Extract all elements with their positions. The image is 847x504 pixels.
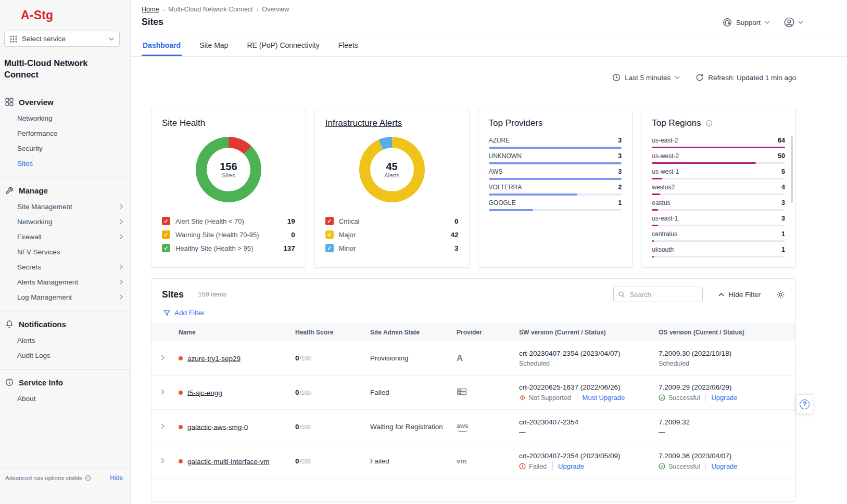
infrastructure-alerts-card: Infrastructure Alerts 45 Alerts Critical…	[314, 109, 470, 268]
sidebar-spacer	[0, 454, 130, 468]
row-expand-chevron[interactable]	[151, 444, 174, 479]
advanced-nav-text: Advanced nav options visible	[5, 475, 82, 481]
top-providers-title: Top Providers	[489, 118, 622, 128]
provider-bar	[489, 178, 622, 180]
site-name-link[interactable]: azure-try1-sep29	[187, 354, 241, 362]
hide-filter-button[interactable]: Hide Filter	[718, 291, 761, 299]
regions-scrollbar[interactable]	[791, 136, 793, 203]
region-bar	[652, 225, 658, 226]
site-health-total-label: Sites	[222, 172, 235, 178]
row-expand-chevron[interactable]	[151, 376, 174, 410]
sidebar-item-performance[interactable]: Performance	[0, 126, 130, 141]
region-bar-row: us-east-13	[652, 215, 785, 226]
sidebar-item-networking[interactable]: Networking	[0, 111, 130, 126]
tab-dashboard[interactable]: Dashboard	[142, 34, 182, 56]
provider-count: 3	[618, 152, 622, 160]
sidebar-item-audit-logs[interactable]: Audit Logs	[0, 348, 130, 363]
help-button[interactable]: ?	[796, 394, 813, 414]
minor-alerts-checkbox[interactable]	[325, 244, 334, 252]
alert-sites-checkbox[interactable]	[162, 217, 170, 225]
main-area: Home › Multi-Cloud Network Connect › Ove…	[131, 0, 847, 504]
breadcrumb-service[interactable]: Multi-Cloud Network Connect	[168, 6, 253, 13]
healthy-sites-checkbox[interactable]	[162, 244, 170, 252]
major-alerts-checkbox[interactable]	[325, 230, 334, 239]
chevron-right-icon	[161, 423, 165, 429]
row-expand-chevron[interactable]	[151, 410, 174, 444]
nav-item-label: Alerts Management	[17, 278, 78, 286]
region-bar-row: centralus1	[652, 230, 785, 242]
sidebar-section-overview[interactable]: Overview	[0, 96, 130, 111]
info-icon	[5, 378, 14, 386]
breadcrumb-home[interactable]: Home	[142, 6, 159, 13]
sidebar-item-alerts[interactable]: Alerts	[0, 333, 130, 348]
sidebar-section-service-info[interactable]: Service Info	[0, 376, 130, 391]
sidebar-item-alerts-management[interactable]: Alerts Management	[0, 275, 130, 290]
support-label: Support	[736, 19, 761, 27]
hide-advanced-nav-link[interactable]: Hide	[110, 474, 123, 482]
upgrade-link[interactable]: Upgrade	[705, 394, 737, 402]
time-range-selector[interactable]: Last 5 minutes	[612, 73, 680, 82]
sw-version: crt-20230407-2354 (2023/04/07)	[519, 350, 650, 357]
table-row: galactic-multi-interface-vm 0/100 Failed…	[151, 444, 795, 479]
info-circle-icon[interactable]	[705, 120, 713, 127]
chevron-right-icon	[161, 389, 165, 395]
sidebar-item-log-management[interactable]: Log Management	[0, 290, 130, 305]
legend-label: Alert Site (Health < 70)	[175, 217, 282, 225]
provider-bar-row: UNKNOWN3	[489, 152, 622, 164]
region-bar	[652, 256, 654, 257]
region-count: 3	[781, 199, 785, 206]
dashboard-controls: Last 5 minutes Refresh: Updated 1 min ag…	[151, 70, 796, 85]
sidebar-item-nfv-services[interactable]: NFV Services	[0, 244, 130, 260]
service-selector[interactable]: Select service	[4, 31, 120, 47]
os-version: 7.2009.32	[659, 418, 791, 426]
section-label: Overview	[19, 98, 54, 107]
sidebar-item-security[interactable]: Security	[0, 141, 130, 156]
tab-site-map[interactable]: Site Map	[198, 34, 229, 56]
user-menu[interactable]	[783, 17, 803, 28]
legend-label: Minor	[339, 244, 449, 252]
sidebar-item-about[interactable]: About	[0, 391, 130, 406]
site-name-link[interactable]: f5-sjc-engg	[187, 389, 222, 396]
app-logo[interactable]: A-Stg	[0, 0, 130, 29]
nav-item-label: Alerts	[17, 337, 35, 344]
support-menu[interactable]: Support	[723, 18, 770, 27]
site-health-title: Site Health	[162, 118, 295, 128]
top-regions-card: Top Regions us-east-264 us-west-250	[641, 109, 796, 268]
infrastructure-alerts-title[interactable]: Infrastructure Alerts	[325, 118, 459, 128]
alerts-total-label: Alerts	[384, 172, 399, 178]
sidebar-item-networking-manage[interactable]: Networking	[0, 214, 130, 229]
chevron-down-icon	[798, 21, 803, 24]
legend-label: Critical	[339, 217, 449, 225]
legend-label: Major	[339, 231, 446, 239]
sidebar-item-secrets[interactable]: Secrets	[0, 260, 130, 275]
section-label: Service Info	[19, 378, 63, 387]
tab-fleets[interactable]: Fleets	[337, 34, 359, 56]
sidebar-item-firewall[interactable]: Firewall	[0, 229, 130, 244]
upgrade-link[interactable]: Upgrade	[552, 462, 584, 470]
site-name-link[interactable]: galactic-multi-interface-vm	[187, 457, 270, 465]
service-title: Multi-Cloud Network Connect	[0, 53, 130, 89]
clock-icon	[612, 73, 621, 82]
legend-label: Healthy Site (Health > 95)	[175, 244, 278, 252]
os-version: 7.2009.30 (2022/10/18)	[659, 350, 791, 357]
row-expand-chevron[interactable]	[151, 341, 174, 376]
add-filter-button[interactable]: Add Filter	[151, 308, 215, 324]
sidebar-section-notifications[interactable]: Notifications	[0, 318, 130, 333]
warning-sites-checkbox[interactable]	[162, 230, 170, 239]
search-input[interactable]	[613, 287, 703, 302]
must-upgrade-link[interactable]: Must Upgrade	[577, 394, 625, 402]
refresh-control[interactable]: Refresh: Updated 1 min ago	[696, 73, 796, 82]
upgrade-link[interactable]: Upgrade	[705, 462, 737, 470]
sidebar-item-site-management[interactable]: Site Management	[0, 199, 130, 214]
aws-provider-icon: aws	[457, 422, 469, 432]
health-score-value: 0	[295, 389, 299, 396]
sidebar-item-sites[interactable]: Sites	[0, 156, 130, 171]
site-name-link[interactable]: galactic-aws-smg-0	[187, 423, 248, 431]
region-count: 1	[781, 246, 785, 253]
sw-version: crt-20230407-2354	[519, 418, 650, 426]
alerts-legend: Critical 0 Major 42 Minor 3	[325, 217, 459, 252]
sidebar-section-manage[interactable]: Manage	[0, 184, 130, 199]
table-settings-button[interactable]	[776, 290, 785, 299]
tab-re-pop-connectivity[interactable]: RE (PoP) Connectivity	[246, 34, 320, 56]
critical-alerts-checkbox[interactable]	[325, 217, 334, 225]
